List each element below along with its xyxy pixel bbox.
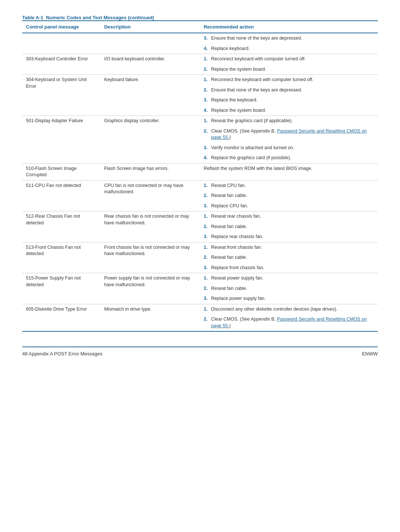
action-text: Replace the graphics card (if possible). xyxy=(211,155,291,161)
action-number: 1. xyxy=(204,56,209,63)
action-number: 2. xyxy=(204,224,209,230)
action-text: Replace keyboard. xyxy=(211,46,250,52)
recommended-action: 2.Reseat fan cable. xyxy=(200,252,378,263)
action-number: 4. xyxy=(204,107,209,114)
control-panel-message: 303-Keyboard Controller Error xyxy=(22,54,100,75)
col2-header: Description xyxy=(100,21,200,33)
control-panel-message: 515-Power Supply Fan not detected xyxy=(22,273,100,304)
action-number: 2. xyxy=(204,128,209,135)
description: I/O board keyboard controller. xyxy=(100,54,200,75)
recommended-action: 3.Replace CPU fan. xyxy=(200,201,378,211)
table-row: 510-Flash Screen Image CorruptedFlash Sc… xyxy=(22,163,378,180)
recommended-action: 4.Replace the graphics card (if possible… xyxy=(200,153,378,163)
action-number: 2. xyxy=(204,87,209,94)
action-text: Replace front chassis fan. xyxy=(211,265,264,271)
table-row: 303-Keyboard Controller ErrorI/O board k… xyxy=(22,54,378,64)
table-row: 501-Display Adapter FailureGraphics disp… xyxy=(22,116,378,126)
table-row: 605-Diskette Drive Type ErrorMismatch in… xyxy=(22,304,378,314)
table-title: Table A-1 Numeric Codes and Text Message… xyxy=(22,15,378,20)
action-number: 1. xyxy=(204,213,209,220)
control-panel-message: 511-CPU Fan not detected xyxy=(22,180,100,211)
action-number: 4. xyxy=(204,155,209,161)
recommended-action: 2.Clear CMOS. (See Appendix B, Password … xyxy=(200,126,378,143)
col1-header: Control panel message xyxy=(22,21,100,33)
action-text: Replace CPU fan. xyxy=(211,203,248,210)
action-text: Reseat fan cable. xyxy=(211,254,247,261)
action-text: Verify monitor is attached and turned on… xyxy=(211,145,294,151)
recommended-action: 1.Reseat the graphics card (if applicabl… xyxy=(200,116,378,126)
recommended-action: 3.Ensure that none of the keys are depre… xyxy=(200,33,378,44)
table-row: 515-Power Supply Fan not detectedPower s… xyxy=(22,273,378,284)
table-row: 512-Rear Chassis Fan not detectedRear ch… xyxy=(22,211,378,222)
action-number: 2. xyxy=(204,285,209,292)
control-panel-message xyxy=(22,33,100,54)
table-row: 513-Front Chassis Fan not detectedFront … xyxy=(22,242,378,252)
recommended-action: 2.Reseat fan cable. xyxy=(200,191,378,201)
action-number: 2. xyxy=(204,316,209,323)
recommended-action: 1.Disconnect any other diskette controll… xyxy=(200,304,378,314)
control-panel-message: 501-Display Adapter Failure xyxy=(22,116,100,164)
action-text: Replace the system board. xyxy=(211,66,266,73)
recommended-action: 1.Reseat rear chassis fan. xyxy=(200,211,378,222)
control-panel-message: 605-Diskette Drive Type Error xyxy=(22,304,100,331)
recommended-action: 1.Reconnect keyboard with computer turne… xyxy=(200,54,378,64)
action-number: 1. xyxy=(204,275,209,282)
action-text: Clear CMOS. (See Appendix B, Password Se… xyxy=(211,128,374,141)
action-text: Reseat front chassis fan. xyxy=(211,244,262,251)
page-footer: 48 Appendix A POST Error Messages ENWW xyxy=(22,347,378,357)
description: Flash Screen image has errors. xyxy=(100,163,200,180)
action-number: 1. xyxy=(204,244,209,251)
recommended-action: 1.Reseat CPU fan. xyxy=(200,180,378,191)
recommended-action: 1.Reseat power supply fan. xyxy=(200,273,378,284)
recommended-action: 3.Replace power supply fan. xyxy=(200,294,378,304)
action-text: Reseat the graphics card (if applicable)… xyxy=(211,118,293,124)
table-row: 3.Ensure that none of the keys are depre… xyxy=(22,33,378,44)
action-text: Reconnect keyboard with computer turned … xyxy=(211,56,306,63)
action-number: 1. xyxy=(204,306,209,313)
recommended-action: 3.Verify monitor is attached and turned … xyxy=(200,143,378,153)
recommended-action: 3.Replace the keyboard. xyxy=(200,95,378,106)
description: Rear chassis fan is not connected or may… xyxy=(100,211,200,242)
control-panel-message: 510-Flash Screen Image Corrupted xyxy=(22,163,100,180)
action-link[interactable]: Password Security and Resetting CMOS on … xyxy=(211,317,367,328)
recommended-action: 1.Reseat front chassis fan. xyxy=(200,242,378,252)
action-text: Clear CMOS. (See Appendix B, Password Se… xyxy=(211,316,374,329)
action-text: Reseat CPU fan. xyxy=(211,183,246,189)
action-number: 1. xyxy=(204,183,209,189)
action-text: Reseat fan cable. xyxy=(211,193,247,199)
action-text: Reseat fan cable. xyxy=(211,285,247,292)
action-number: 1. xyxy=(204,77,209,83)
description: Keyboard failure. xyxy=(100,75,200,116)
action-number: 3. xyxy=(204,35,209,42)
description: CPU fan is not connected or may have mal… xyxy=(100,180,200,211)
description: Power supply fan is not connected or may… xyxy=(100,273,200,304)
control-panel-message: 304-Keyboard or System Unit Error xyxy=(22,75,100,116)
action-text: Replace power supply fan. xyxy=(211,295,266,302)
recommended-action: 2.Ensure that none of the keys are depre… xyxy=(200,85,378,96)
action-link[interactable]: Password Security and Resetting CMOS on … xyxy=(211,128,367,140)
recommended-action: 2.Replace the system board. xyxy=(200,64,378,75)
description xyxy=(100,33,200,54)
action-number: 1. xyxy=(204,118,209,124)
footer-left: 48 Appendix A POST Error Messages xyxy=(22,351,103,357)
action-number: 3. xyxy=(204,234,209,240)
recommended-action: 1.Reconnect the keyboard with computer t… xyxy=(200,75,378,85)
recommended-action: 3.Replace front chassis fan. xyxy=(200,263,378,273)
recommended-action: 2.Clear CMOS. (See Appendix B, Password … xyxy=(200,314,378,331)
table-header-row: Control panel message Description Recomm… xyxy=(22,21,378,33)
recommended-action: 4.Replace the system board. xyxy=(200,106,378,116)
recommended-action: 2.Reseat fan cable. xyxy=(200,284,378,294)
action-text: Ensure that none of the keys are depress… xyxy=(211,35,302,42)
action-text: Reseat fan cable. xyxy=(211,224,247,230)
action-number: 3. xyxy=(204,295,209,302)
action-text: Reseat rear chassis fan. xyxy=(211,213,261,220)
action-number: 3. xyxy=(204,97,209,104)
action-number: 2. xyxy=(204,254,209,261)
action-number: 2. xyxy=(204,66,209,73)
action-text: Reseat power supply fan. xyxy=(211,275,263,282)
action-text: Reconnect the keyboard with computer tur… xyxy=(211,77,313,83)
action-text: Replace the keyboard. xyxy=(211,97,257,104)
col3-header: Recommended action xyxy=(200,21,378,33)
action-text: Ensure that none of the keys are depress… xyxy=(211,87,302,94)
recommended-action: 2.Reseat fan cable. xyxy=(200,222,378,232)
